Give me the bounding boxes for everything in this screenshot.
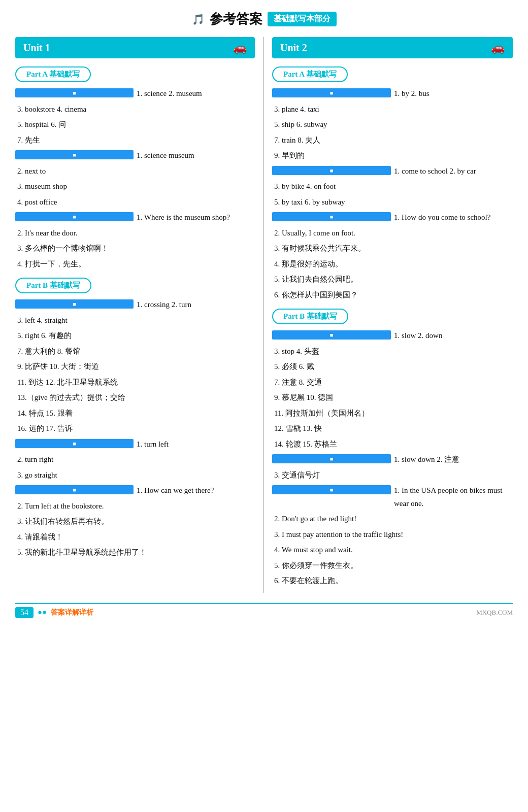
plain-line: 4. 请跟着我！ xyxy=(15,531,255,544)
plain-line: 3. by bike 4. on foot xyxy=(272,180,513,193)
answer-text: 1. How do you come to school? xyxy=(394,211,513,224)
unit2-partB-label: Part B 基础默写 xyxy=(272,309,348,324)
plain-line: 3. left 4. straight xyxy=(15,314,255,327)
brand-icon: ●● xyxy=(38,608,47,617)
square-icon: ■ xyxy=(15,88,134,97)
plain-line: 4. post office xyxy=(15,196,255,209)
col-right: Unit 2 🚗 Part A 基础默写 ■1. by 2. bus3. pla… xyxy=(264,37,513,593)
unit1-title: Unit 1 xyxy=(23,42,50,54)
unit1-partB-label: Part B 基础默写 xyxy=(15,278,91,293)
plain-line: 3. 多么棒的一个博物馆啊！ xyxy=(15,242,255,255)
answer-line: ■1. Where is the museum shop? xyxy=(15,211,255,224)
square-icon: ■ xyxy=(272,166,391,175)
plain-line: 14. 轮渡 15. 苏格兰 xyxy=(272,438,513,451)
plain-line: 5. 你必须穿一件救生衣。 xyxy=(272,559,513,572)
square-icon: ■ xyxy=(272,88,391,97)
plain-line: 2. turn right xyxy=(15,453,255,466)
plain-line: 3. bookstore 4. cinema xyxy=(15,103,255,116)
answer-text: 1. turn left xyxy=(137,438,255,451)
plain-line: 4. 打扰一下，先生。 xyxy=(15,258,255,271)
square-icon: ■ xyxy=(15,212,134,221)
col-left: Unit 1 🚗 Part A 基础默写 ■1. science 2. muse… xyxy=(15,37,264,593)
answer-line: ■1. In the USA people on bikes must wear… xyxy=(272,484,513,510)
two-col-layout: Unit 1 🚗 Part A 基础默写 ■1. science 2. muse… xyxy=(15,37,513,593)
answer-text: 1. come to school 2. by car xyxy=(394,165,513,178)
plain-line: 2. Usually, I come on foot. xyxy=(272,227,513,240)
footer-logo: MXQB.COM xyxy=(476,608,513,617)
answer-text: 1. science 2. museum xyxy=(137,87,255,100)
square-icon: ■ xyxy=(15,150,134,159)
square-icon: ■ xyxy=(15,485,134,494)
answer-text: 1. crossing 2. turn xyxy=(137,298,255,312)
page-footer: 54 ●● 答案详解详析 MXQB.COM xyxy=(15,603,513,618)
unit2-partA-lines: ■1. by 2. bus3. plane 4. taxi5. ship 6. … xyxy=(272,87,513,301)
plain-line: 3. 交通信号灯 xyxy=(272,469,513,482)
unit1-partA-block: Part A 基础默写 ■1. science 2. museum3. book… xyxy=(15,64,255,270)
unit1-partB-lines: ■1. crossing 2. turn3. left 4. straight5… xyxy=(15,298,255,559)
answer-text: 1. by 2. bus xyxy=(394,87,513,100)
plain-line: 9. 慕尼黑 10. 德国 xyxy=(272,391,513,404)
plain-line: 2. next to xyxy=(15,165,255,178)
footer-text: 答案详解详析 xyxy=(51,608,93,617)
answer-line: ■1. slow down 2. 注意 xyxy=(272,453,513,466)
plain-line: 3. go straight xyxy=(15,469,255,482)
plain-line: 7. 注意 8. 交通 xyxy=(272,376,513,389)
square-icon: ■ xyxy=(15,439,134,448)
plain-line: 6. 不要在轮渡上跑。 xyxy=(272,574,513,588)
unit1-partB-block: Part B 基础默写 ■1. crossing 2. turn3. left … xyxy=(15,276,255,559)
plain-line: 3. stop 4. 头盔 xyxy=(272,345,513,358)
plain-line: 2. It's near the door. xyxy=(15,227,255,240)
unit2-partB-lines: ■1. slow 2. down3. stop 4. 头盔5. 必须 6. 戴7… xyxy=(272,329,513,588)
answer-text: 1. slow down 2. 注意 xyxy=(394,453,513,466)
plain-line: 7. 先生 xyxy=(15,134,255,147)
answer-line: ■1. How do you come to school? xyxy=(272,211,513,224)
answer-text: 1. science museum xyxy=(137,149,255,162)
plain-line: 16. 远的 17. 告诉 xyxy=(15,422,255,435)
unit2-partA-label: Part A 基础默写 xyxy=(272,66,348,82)
plain-line: 3. 让我们右转然后再右转。 xyxy=(15,515,255,528)
plain-line: 9. 早到的 xyxy=(272,149,513,162)
square-icon: ■ xyxy=(272,212,391,221)
answer-line: ■1. turn left xyxy=(15,438,255,451)
plain-line: 5. 我的新北斗卫星导航系统起作用了！ xyxy=(15,546,255,559)
main-title: 参考答案 xyxy=(210,10,262,28)
plain-line: 2. Turn left at the bookstore. xyxy=(15,500,255,513)
answer-text: 1. How can we get there? xyxy=(137,484,255,497)
plain-line: 4. 那是很好的运动。 xyxy=(272,258,513,271)
plain-line: 13.（give 的过去式）提供；交给 xyxy=(15,391,255,404)
square-icon: ■ xyxy=(272,485,391,494)
answer-line: ■1. science 2. museum xyxy=(15,87,255,100)
page-wrapper: 🎵 参考答案 基础默写本部分 Unit 1 🚗 Part A 基础默写 ■1. … xyxy=(0,0,528,638)
answer-line: ■1. crossing 2. turn xyxy=(15,298,255,312)
unit2-title: Unit 2 xyxy=(280,42,307,54)
plain-line: 2. Don't go at the red light! xyxy=(272,513,513,526)
plain-line: 12. 雪橇 13. 快 xyxy=(272,422,513,435)
page-number: 54 xyxy=(15,607,34,618)
unit1-partA-label: Part A 基础默写 xyxy=(15,66,91,82)
plain-line: 3. 有时候我乘公共汽车来。 xyxy=(272,242,513,255)
square-icon: ■ xyxy=(15,299,134,309)
plain-line: 11. 阿拉斯加州（美国州名） xyxy=(272,407,513,420)
unit2-partB-block: Part B 基础默写 ■1. slow 2. down3. stop 4. 头… xyxy=(272,307,513,588)
plain-line: 9. 比萨饼 10. 大街；街道 xyxy=(15,360,255,374)
unit2-partA-block: Part A 基础默写 ■1. by 2. bus3. plane 4. tax… xyxy=(272,64,513,301)
plain-line: 3. plane 4. taxi xyxy=(272,103,513,116)
plain-line: 3. museum shop xyxy=(15,180,255,193)
plain-line: 4. We must stop and wait. xyxy=(272,544,513,557)
unit1-car-icon: 🚗 xyxy=(233,41,247,54)
page-header: 🎵 参考答案 基础默写本部分 xyxy=(15,10,513,28)
square-icon: ■ xyxy=(272,454,391,463)
plain-line: 5. ship 6. subway xyxy=(272,118,513,131)
unit2-header: Unit 2 🚗 xyxy=(272,37,513,58)
answer-text: 1. slow 2. down xyxy=(394,329,513,343)
plain-line: 7. train 8. 夫人 xyxy=(272,134,513,147)
answer-text: 1. Where is the museum shop? xyxy=(137,211,255,224)
plain-line: 5. hospital 6. 问 xyxy=(15,118,255,131)
answer-line: ■1. science museum xyxy=(15,149,255,162)
answer-text: 1. In the USA people on bikes must wear … xyxy=(394,484,513,510)
plain-line: 7. 意大利的 8. 餐馆 xyxy=(15,345,255,358)
unit2-car-icon: 🚗 xyxy=(491,41,505,54)
plain-line: 11. 到达 12. 北斗卫星导航系统 xyxy=(15,376,255,389)
plain-line: 5. 让我们去自然公园吧。 xyxy=(272,273,513,286)
plain-line: 5. by taxi 6. by subway xyxy=(272,196,513,209)
